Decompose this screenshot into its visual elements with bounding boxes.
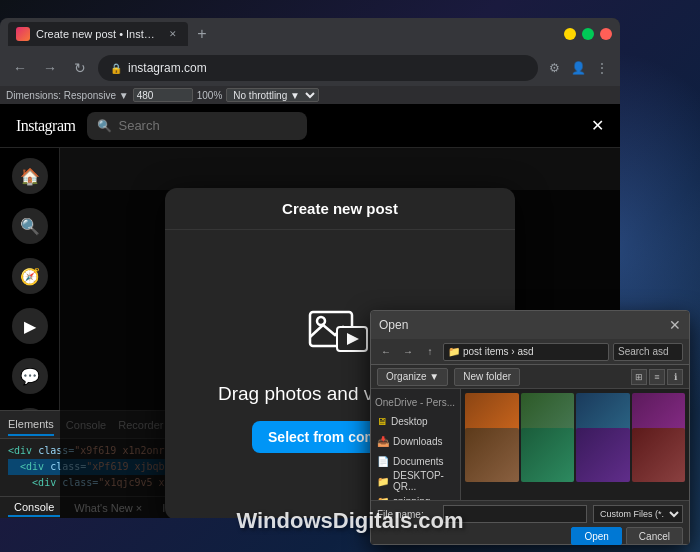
fd-thumbnails-grid bbox=[461, 389, 689, 500]
upload-icon-container bbox=[305, 297, 375, 367]
fd-content-area: OneDrive - Pers... 🖥 Desktop 📥 Downloads… bbox=[371, 389, 689, 500]
browser-toolbar: ⚙ 👤 ⋮ bbox=[544, 58, 612, 78]
fd-new-folder-button[interactable]: New folder bbox=[454, 368, 520, 386]
fd-view-icons: ⊞ ≡ ℹ bbox=[631, 369, 683, 385]
fd-downloads-item[interactable]: 📥 Downloads bbox=[371, 431, 460, 451]
sidebar-explore-icon[interactable]: 🧭 bbox=[12, 258, 48, 294]
modal-title: Create new post bbox=[282, 200, 398, 217]
zoom-label: 100% bbox=[197, 90, 223, 101]
modal-header: Create new post bbox=[165, 188, 515, 230]
instagram-header: Instagram 🔍 Search ✕ bbox=[0, 104, 620, 148]
fd-onedrive-label: OneDrive - Pers... bbox=[375, 397, 455, 408]
fd-view-list-button[interactable]: ≡ bbox=[649, 369, 665, 385]
width-input[interactable] bbox=[133, 88, 193, 102]
sidebar-search-icon[interactable]: 🔍 bbox=[12, 208, 48, 244]
refresh-button[interactable]: ↻ bbox=[68, 56, 92, 80]
fd-thumbnail-5[interactable] bbox=[465, 428, 519, 482]
fd-filetype-select[interactable]: Custom Files (*.JPG,*.jpg,*.jpeg... bbox=[593, 505, 683, 523]
fd-open-button[interactable]: Open bbox=[571, 527, 621, 545]
file-dialog-toolbar: ← → ↑ 📁 post items › asd Search asd bbox=[371, 339, 689, 365]
forward-button[interactable]: → bbox=[38, 56, 62, 80]
fd-desktop-qr-item[interactable]: 📁 DESKTOP-QR... bbox=[371, 471, 460, 491]
secure-icon: 🔒 bbox=[110, 63, 122, 74]
tab-close-button[interactable]: ✕ bbox=[166, 27, 180, 41]
fd-path-text: post items › asd bbox=[463, 346, 534, 357]
fd-actions-bar: Organize ▼ New folder ⊞ ≡ ℹ bbox=[371, 365, 689, 389]
file-open-dialog: Open ✕ ← → ↑ 📁 post items › asd Search a… bbox=[370, 310, 690, 545]
fd-onedrive-section: OneDrive - Pers... bbox=[371, 393, 460, 411]
tab-area: Create new post • Instagram ✕ + bbox=[8, 22, 560, 46]
fd-search-placeholder: Search asd bbox=[618, 346, 669, 357]
file-dialog-titlebar: Open ✕ bbox=[371, 311, 689, 339]
fd-organize-button[interactable]: Organize ▼ bbox=[377, 368, 448, 386]
extensions-icon[interactable]: ⚙ bbox=[544, 58, 564, 78]
fd-view-details-button[interactable]: ℹ bbox=[667, 369, 683, 385]
fd-desktop-icon: 🖥 bbox=[377, 416, 387, 427]
browser-tab-active[interactable]: Create new post • Instagram ✕ bbox=[8, 22, 188, 46]
tab-title: Create new post • Instagram bbox=[36, 28, 160, 40]
instagram-search-bar[interactable]: 🔍 Search bbox=[87, 112, 307, 140]
fd-filename-label: File name: bbox=[377, 509, 437, 520]
fd-path-bar[interactable]: 📁 post items › asd bbox=[443, 343, 609, 361]
back-button[interactable]: ← bbox=[8, 56, 32, 80]
throttle-select[interactable]: No throttling ▼ bbox=[226, 88, 319, 102]
tab-favicon bbox=[16, 27, 30, 41]
fd-filename-row: File name: Custom Files (*.JPG,*.jpg,*.j… bbox=[377, 505, 683, 523]
devtools-tab-elements[interactable]: Elements bbox=[8, 414, 54, 436]
fd-thumbnail-6[interactable] bbox=[521, 428, 575, 482]
fd-filename-area: File name: Custom Files (*.JPG,*.jpg,*.j… bbox=[371, 500, 689, 544]
window-controls bbox=[564, 28, 612, 40]
fd-forward-button[interactable]: → bbox=[399, 343, 417, 361]
profile-icon[interactable]: 👤 bbox=[568, 58, 588, 78]
sidebar-messages-icon[interactable]: 💬 bbox=[12, 358, 48, 394]
file-dialog-close-button[interactable]: ✕ bbox=[669, 317, 681, 333]
fd-documents-item[interactable]: 📄 Documents bbox=[371, 451, 460, 471]
address-bar: ← → ↻ 🔒 instagram.com ⚙ 👤 ⋮ bbox=[0, 50, 620, 86]
window-close-button[interactable] bbox=[600, 28, 612, 40]
file-dialog-title: Open bbox=[379, 318, 663, 332]
devtools-console-tab[interactable]: Console bbox=[8, 499, 60, 517]
fd-cancel-button[interactable]: Cancel bbox=[626, 527, 683, 545]
svg-point-1 bbox=[317, 317, 325, 325]
fd-desktop-item[interactable]: 🖥 Desktop bbox=[371, 411, 460, 431]
fd-search-box[interactable]: Search asd bbox=[613, 343, 683, 361]
fd-snipping-item[interactable]: 📁 snipping bbox=[371, 491, 460, 500]
sidebar-home-icon[interactable]: 🏠 bbox=[12, 158, 48, 194]
search-icon: 🔍 bbox=[97, 119, 112, 133]
fd-back-button[interactable]: ← bbox=[377, 343, 395, 361]
instagram-close-button[interactable]: ✕ bbox=[591, 116, 604, 135]
menu-icon[interactable]: ⋮ bbox=[592, 58, 612, 78]
url-text: instagram.com bbox=[128, 61, 207, 75]
url-bar[interactable]: 🔒 instagram.com bbox=[98, 55, 538, 81]
window-minimize-button[interactable] bbox=[564, 28, 576, 40]
fd-up-button[interactable]: ↑ bbox=[421, 343, 439, 361]
browser-titlebar: Create new post • Instagram ✕ + bbox=[0, 18, 620, 50]
search-placeholder: Search bbox=[118, 118, 159, 133]
instagram-logo: Instagram bbox=[16, 117, 75, 135]
fd-button-row: Open Cancel bbox=[377, 527, 683, 545]
fd-thumbnail-8[interactable] bbox=[632, 428, 686, 482]
fd-thumbnail-7[interactable] bbox=[576, 428, 630, 482]
fd-documents-icon: 📄 bbox=[377, 456, 389, 467]
fd-downloads-icon: 📥 bbox=[377, 436, 389, 447]
devtools-responsive-bar: Dimensions: Responsive ▼ 100% No throttl… bbox=[0, 86, 620, 104]
sidebar-reels-icon[interactable]: ▶ bbox=[12, 308, 48, 344]
dimensions-label: Dimensions: Responsive ▼ bbox=[6, 90, 129, 101]
new-tab-button[interactable]: + bbox=[190, 22, 214, 46]
fd-filename-input[interactable] bbox=[443, 505, 587, 523]
upload-svg-icon bbox=[305, 297, 375, 367]
fd-view-grid-button[interactable]: ⊞ bbox=[631, 369, 647, 385]
fd-sidebar: OneDrive - Pers... 🖥 Desktop 📥 Downloads… bbox=[371, 389, 461, 500]
window-maximize-button[interactable] bbox=[582, 28, 594, 40]
fd-folder-icon: 📁 bbox=[448, 346, 460, 357]
